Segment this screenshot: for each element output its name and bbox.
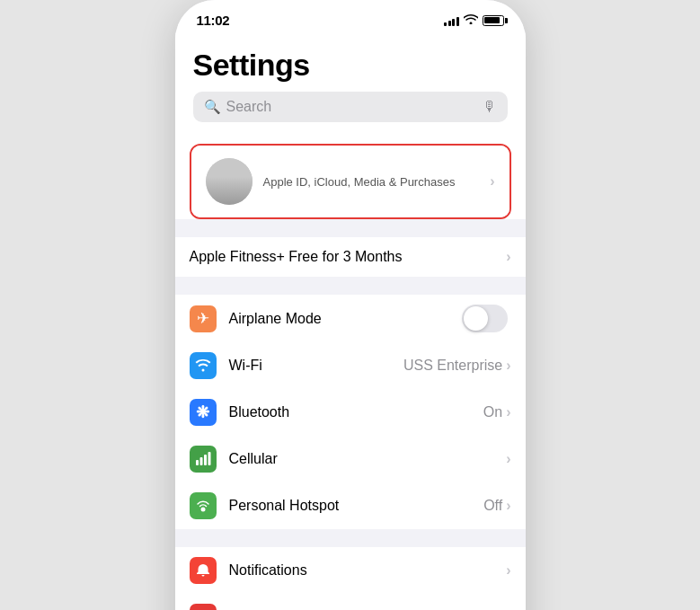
page-title: Settings bbox=[193, 48, 508, 83]
airplane-mode-icon: ✈ bbox=[190, 305, 217, 332]
list-item[interactable]: Cellular › bbox=[175, 436, 526, 482]
battery-icon bbox=[483, 15, 504, 26]
apple-id-text: Apple ID, iCloud, Media & Purchases bbox=[263, 175, 456, 189]
status-time: 11:02 bbox=[197, 13, 230, 28]
fitness-section: Apple Fitness+ Free for 3 Months › bbox=[175, 237, 526, 277]
svg-point-4 bbox=[200, 508, 205, 512]
status-icons bbox=[444, 13, 504, 27]
svg-rect-3 bbox=[208, 452, 210, 465]
section-gap-3 bbox=[175, 529, 526, 547]
wifi-icon bbox=[190, 352, 217, 379]
fitness-label: Apple Fitness+ Free for 3 Months bbox=[190, 249, 507, 265]
list-item[interactable]: ✈ Airplane Mode bbox=[175, 295, 526, 342]
bluetooth-value: On bbox=[483, 404, 502, 420]
hotspot-value: Off bbox=[483, 498, 502, 514]
toggle-knob bbox=[464, 306, 488, 331]
bluetooth-label: Bluetooth bbox=[229, 404, 483, 420]
hotspot-icon bbox=[190, 492, 217, 519]
wifi-chevron-icon: › bbox=[506, 358, 510, 374]
phone-frame: 11:02 Settings bbox=[175, 0, 526, 610]
svg-rect-0 bbox=[196, 460, 199, 465]
search-icon: 🔍 bbox=[204, 99, 221, 115]
wifi-status-icon bbox=[464, 13, 478, 27]
notifications-section: Notifications › Sounds & Haptics › 🌙 Do … bbox=[175, 547, 526, 610]
connectivity-section: ✈ Airplane Mode Wi-Fi USS Enterprise › bbox=[175, 295, 526, 529]
apple-id-left: Apple ID, iCloud, Media & Purchases bbox=[206, 158, 456, 205]
wifi-label: Wi-Fi bbox=[229, 358, 403, 374]
hotspot-chevron-icon: › bbox=[506, 498, 510, 514]
list-item[interactable]: Personal Hotspot Off › bbox=[175, 482, 526, 529]
apple-id-chevron-icon: › bbox=[490, 173, 494, 190]
apple-id-row[interactable]: Apple ID, iCloud, Media & Purchases › bbox=[191, 146, 509, 217]
notifications-label: Notifications bbox=[229, 562, 507, 579]
list-item[interactable]: Sounds & Haptics › bbox=[175, 594, 526, 610]
apple-id-section[interactable]: Apple ID, iCloud, Media & Purchases › bbox=[190, 144, 511, 219]
section-gap-2 bbox=[175, 277, 526, 295]
apple-id-subtitle: Apple ID, iCloud, Media & Purchases bbox=[263, 175, 456, 189]
bluetooth-icon: ❋ bbox=[190, 399, 217, 426]
notifications-icon bbox=[190, 557, 217, 584]
fitness-chevron-icon: › bbox=[506, 249, 510, 265]
svg-rect-2 bbox=[204, 455, 207, 465]
status-bar: 11:02 bbox=[175, 0, 526, 33]
search-bar[interactable]: 🔍 Search 🎙 bbox=[193, 92, 508, 122]
settings-content[interactable]: Settings 🔍 Search 🎙 Apple ID, iCloud, Me… bbox=[175, 33, 526, 610]
cellular-chevron-icon: › bbox=[506, 451, 510, 467]
search-input[interactable]: Search bbox=[226, 99, 477, 115]
wifi-value: USS Enterprise bbox=[403, 358, 502, 374]
bluetooth-chevron-icon: › bbox=[506, 404, 510, 420]
hotspot-label: Personal Hotspot bbox=[229, 498, 484, 514]
fitness-row[interactable]: Apple Fitness+ Free for 3 Months › bbox=[175, 237, 526, 277]
page-header: Settings 🔍 Search 🎙 bbox=[175, 33, 526, 144]
airplane-mode-toggle[interactable] bbox=[462, 305, 508, 332]
mic-icon: 🎙 bbox=[483, 99, 497, 115]
signal-bars-icon bbox=[444, 15, 459, 26]
airplane-mode-label: Airplane Mode bbox=[229, 311, 462, 327]
apple-id-avatar bbox=[206, 158, 253, 205]
section-gap-1 bbox=[175, 219, 526, 237]
svg-rect-1 bbox=[199, 457, 202, 465]
list-item[interactable]: Wi-Fi USS Enterprise › bbox=[175, 342, 526, 389]
notifications-chevron-icon: › bbox=[506, 562, 510, 579]
list-item[interactable]: Notifications › bbox=[175, 547, 526, 594]
cellular-icon bbox=[190, 446, 217, 473]
cellular-label: Cellular bbox=[229, 451, 507, 467]
sounds-icon bbox=[190, 604, 217, 610]
list-item[interactable]: ❋ Bluetooth On › bbox=[175, 389, 526, 436]
